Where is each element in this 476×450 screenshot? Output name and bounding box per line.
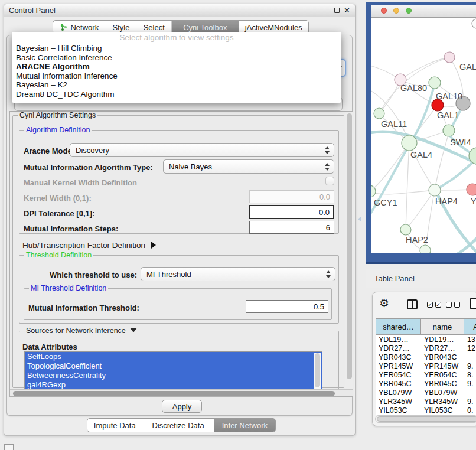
attributes-scrollbar[interactable] [314,353,321,389]
node-label-hap2: HAP2 [406,235,428,244]
float-window-icon[interactable] [334,8,340,13]
table-row[interactable]: YDR27…YDR27…12 [376,344,476,353]
algorithm-option[interactable]: Bayesian – Hill Climbing [16,44,102,53]
node-label-gal1: GAL1 [437,110,459,120]
table-cell: 8. [467,371,473,379]
column-header-name[interactable]: name [421,318,464,335]
close-icon[interactable]: ✕ [344,6,350,15]
node-gal4[interactable] [402,135,417,151]
node-label-gal: GAL [459,62,476,71]
control-panel-window: Control Panel ✕ NetworkStyleSelectCyni T… [4,4,356,436]
tab-label: Select [144,23,165,32]
split-columns-icon[interactable] [407,299,418,309]
control-panel-title: Control Panel [9,6,56,15]
algorithm-option[interactable]: Mutual Information Inference [16,71,118,81]
node-attribute-table: shared…nameA YDL19…YDL19…13YDR27…YDR27…1… [376,318,476,415]
attribute-item[interactable]: gal4RGexp [27,380,66,389]
mi-algorithm-type-label: Mutual Information Algorithm Type: [24,163,153,172]
settings-scroll-viewport: Cyni Algorithm Settings Algorithm Defini… [9,111,353,397]
sources-title-toggle[interactable]: Sources for Network Inference [24,327,139,335]
node-salmon[interactable] [467,184,476,195]
mi-threshold-definition-title: MI Threshold Definition [29,284,108,292]
table-cell: YER054C [424,371,457,379]
gear-icon[interactable]: ⚙ [379,298,389,309]
attribute-item[interactable]: BetweennessCentrality [27,371,106,380]
tab-impute-data[interactable]: Impute Data [87,419,142,432]
minimize-traffic-light-icon[interactable] [393,8,399,14]
algorithm-option[interactable]: ARACNE Algorithm [16,62,90,71]
data-attributes-list[interactable]: SelfLoopsTopologicalCoefficientBetweenne… [24,351,322,389]
table-row[interactable]: YIL053CYIL053C0. [376,406,476,415]
settings-horizontal-scrollbar-thumb[interactable] [13,391,335,396]
mi-steps-field[interactable]: 6 [249,221,334,234]
new-table-icon[interactable] [470,298,476,309]
node-gal11[interactable] [374,108,384,119]
minimized-panel-icon[interactable] [4,444,14,450]
table-cell: YIL053C [424,406,453,415]
expanded-arrow-icon [130,328,137,332]
manual-kernel-width-checkbox[interactable] [325,177,334,185]
algorithm-option[interactable]: Basic Correlation Inference [16,53,112,63]
algorithm-option[interactable]: Dream8 DC_TDC Algorithm [16,90,115,99]
node-bottom[interactable] [420,245,431,253]
kernel-width-label: Kernel Width (0,1): [24,194,92,203]
tab-label: Style [113,23,130,32]
table-row[interactable]: YBR043CYBR043C [376,353,476,361]
which-threshold-combo[interactable]: MI Threshold [141,267,335,281]
tab-discretize-data[interactable]: Discretize Data [142,419,214,432]
node-label-y: Y [471,197,476,206]
network-window-titlebar[interactable] [371,5,476,18]
attribute-item[interactable]: TopologicalCoefficient [27,361,102,371]
close-traffic-light-icon[interactable] [381,8,387,14]
table-panel-titlebar[interactable]: Table Panel [366,269,476,288]
table-row[interactable]: YER054CYER054C8. [376,370,476,379]
kernel-width-field[interactable]: 0.0 [249,190,334,203]
tab-label: Network [70,23,99,32]
node-red[interactable] [432,99,444,111]
algorithm-option[interactable]: Bayesian – K2 [16,80,67,90]
attribute-item[interactable]: SelfLoops [27,352,61,361]
node-gal10[interactable] [429,77,441,89]
mi-algorithm-type-combo[interactable]: Naive Bayes [163,159,334,174]
table-horizontal-scrollbar-thumb[interactable] [377,416,476,422]
table-cell: YBL079W [424,389,457,397]
dpi-tolerance-field[interactable]: 0.0 [249,205,334,219]
tab-label: Impute Data [94,421,136,430]
node-label-hap4: HAP4 [435,197,458,206]
which-threshold-label: Which threshold to use: [50,270,137,279]
node-label-gal11: GAL11 [381,119,407,129]
node-gal7[interactable] [444,52,455,63]
aracne-mode-combo[interactable]: Discovery [70,143,334,157]
column-header-A[interactable]: A [464,318,476,335]
table-horizontal-scrollbar[interactable] [375,415,476,423]
node-hap4[interactable] [429,184,441,196]
settings-horizontal-scrollbar[interactable] [10,389,353,397]
table-row[interactable]: YDL19…YDL19…13 [376,335,476,344]
tab-infer-network[interactable]: Infer Network [214,419,275,432]
select-all-columns-icon[interactable]: ✓ ✓ [427,302,441,308]
table-row[interactable]: YPR145WYPR145W9. [376,361,476,370]
node-label-gal10: GAL10 [436,92,462,101]
mi-threshold-field[interactable]: 0.5 [246,300,328,313]
table-cell: YDL19… [424,335,454,344]
apply-button[interactable]: Apply [162,400,202,413]
table-row[interactable]: YLR345WYLR345W9. [376,397,476,406]
attributes-scrollbar-thumb[interactable] [315,353,320,387]
hub-factor-section-toggle[interactable]: Hub/Transcription Factor Definition [22,241,156,250]
settings-vertical-scrollbar[interactable] [345,112,353,389]
table-row[interactable]: YBL079WYBL079W [376,388,476,397]
splitpane-toggle-icon[interactable] [358,216,361,222]
zoom-traffic-light-icon[interactable] [406,8,412,14]
node-hap2[interactable] [400,224,411,235]
table-row[interactable]: YBR045CYBR045C9. [376,379,476,388]
control-panel-titlebar[interactable]: Control Panel ✕ [4,4,355,17]
settings-vertical-scrollbar-thumb[interactable] [347,113,352,379]
node-label-gal80: GAL80 [400,83,427,93]
aracne-mode-label: Aracne Mode: [24,146,74,155]
column-header-shared[interactable]: shared… [376,318,421,335]
node-gal1[interactable] [443,125,455,136]
deselect-all-columns-icon[interactable] [446,302,460,308]
node-top-right[interactable] [472,19,476,28]
tab-label: Infer Network [222,421,268,430]
network-canvas[interactable]: GALGAL80GAL10GAL1GAL11GAL4SWI4GCY1HAP4YH… [371,18,476,253]
